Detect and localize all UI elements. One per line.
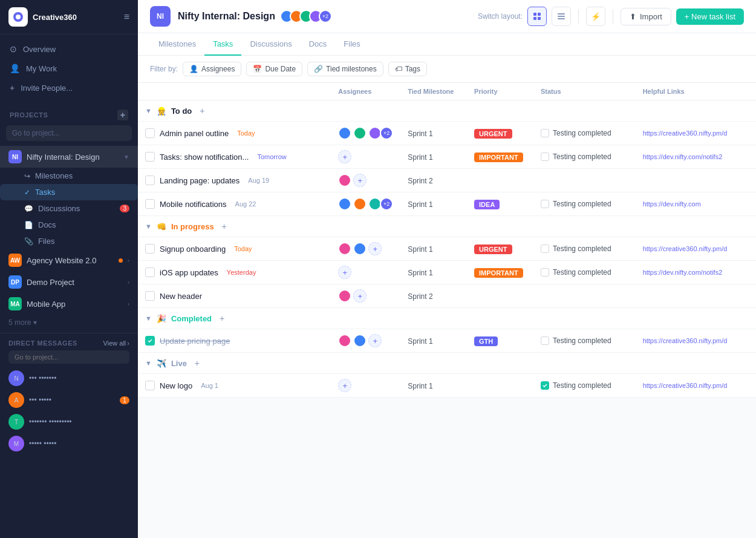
add-assignee-button[interactable]: + <box>353 289 367 303</box>
layout-grid-button[interactable] <box>527 7 547 26</box>
sidebar-item-my-work[interactable]: 👤 My Work <box>0 59 138 78</box>
task-name-text[interactable]: Admin panel outline <box>160 129 229 138</box>
task-checkbox[interactable] <box>145 244 155 254</box>
project-avatar-mobile: MA <box>8 297 22 310</box>
task-checkbox[interactable] <box>145 267 155 277</box>
helpful-link[interactable]: https://dev.nifty.com/notifs2 <box>643 153 749 160</box>
helpful-link[interactable]: https://creative360.nifty.pm/d <box>643 337 749 344</box>
helpful-link[interactable]: https://dev.nifty.com <box>643 200 749 208</box>
helpful-link[interactable]: https://creative360.nifty.pm/d <box>643 245 749 252</box>
task-checkbox[interactable] <box>145 152 155 162</box>
tab-discussions[interactable]: Discussions <box>241 33 300 56</box>
filter-label: Filter by: <box>150 65 178 73</box>
task-name-text[interactable]: iOS app updates <box>160 268 218 277</box>
status-checkbox[interactable] <box>541 200 549 208</box>
milestone-text: Sprint 1 <box>408 200 432 209</box>
table-row: Mobile notifications Aug 22 +2Sprint 1ID… <box>138 192 756 216</box>
tab-milestones[interactable]: Milestones <box>150 33 204 56</box>
dm-item-2[interactable]: A ••• ••••• 1 <box>8 389 129 411</box>
task-checkbox[interactable] <box>145 336 155 346</box>
sidebar-item-milestones[interactable]: ↪ Milestones <box>0 168 138 184</box>
dm-item-4[interactable]: M ••••• ••••• <box>8 433 129 454</box>
collapse-icon[interactable]: ▼ <box>145 359 152 367</box>
add-assignee-button[interactable]: + <box>353 174 367 187</box>
task-name-text[interactable]: Mobile notifications <box>160 200 227 209</box>
project-avatar-demo: DP <box>8 275 22 289</box>
dm-view-all-button[interactable]: View all › <box>103 340 129 347</box>
status-checkbox[interactable] <box>541 268 549 277</box>
filter-due-date-button[interactable]: 📅 Due Date <box>246 62 302 76</box>
add-assignee-button[interactable]: + <box>338 150 351 163</box>
sidebar-toggle-button[interactable]: ≡ <box>124 11 129 22</box>
section-add-button[interactable]: + <box>192 358 203 369</box>
task-checkbox[interactable] <box>145 128 155 138</box>
tab-tasks[interactable]: Tasks <box>204 33 241 56</box>
collapse-icon[interactable]: ▼ <box>145 107 152 114</box>
member-avatar-more: +2 <box>319 10 332 23</box>
project-item-nifty[interactable]: NI Nifty Internal: Design ▼ <box>0 146 138 168</box>
sidebar-item-docs[interactable]: 📄 Docs <box>0 217 138 233</box>
chevron-down-icon: ▼ <box>123 154 129 160</box>
project-search-input[interactable] <box>6 125 132 141</box>
section-emoji: 🎉 <box>157 314 166 323</box>
task-name-text[interactable]: Update pricing page <box>160 336 230 346</box>
dm-item-3[interactable]: T ••••••• ••••••••• <box>8 411 129 433</box>
add-assignee-button[interactable]: + <box>368 242 382 255</box>
tab-docs[interactable]: Docs <box>301 33 336 56</box>
helpful-link[interactable]: https://dev.nifty.com/notifs2 <box>643 269 749 276</box>
project-item-mobile[interactable]: MA Mobile App › <box>0 293 138 315</box>
new-task-list-button[interactable]: + New task list <box>676 8 744 25</box>
task-checkbox[interactable] <box>145 176 155 185</box>
task-checkbox[interactable] <box>145 291 155 301</box>
tab-files[interactable]: Files <box>335 33 368 56</box>
status-checkbox[interactable] <box>541 153 549 161</box>
sidebar-item-files[interactable]: 📎 Files <box>0 233 138 249</box>
task-name-cell: New header <box>145 291 324 301</box>
import-button[interactable]: ⬆ Import <box>621 8 671 25</box>
task-name-text[interactable]: New header <box>160 292 202 301</box>
table-row: New header +Sprint 2 <box>138 284 756 308</box>
milestone-text: Sprint 1 <box>408 130 432 138</box>
sidebar-item-discussions[interactable]: 💬 Discussions 3 <box>0 200 138 217</box>
dm-avatar-1: N <box>8 370 24 386</box>
status-checkbox[interactable] <box>541 244 549 253</box>
helpful-link[interactable]: https://creative360.nifty.pm/d <box>643 382 749 389</box>
dm-search-input[interactable] <box>8 350 129 364</box>
layout-list-button[interactable] <box>552 7 571 26</box>
add-assignee-button[interactable]: + <box>368 334 382 347</box>
add-project-button[interactable]: + <box>117 110 128 120</box>
show-more-projects[interactable]: 5 more ▾ <box>0 315 138 330</box>
task-name-text[interactable]: Tasks: show notification... <box>160 153 249 162</box>
task-name-text[interactable]: New logo <box>160 381 192 390</box>
status-text: Testing completed <box>553 244 611 253</box>
collapse-icon[interactable]: ▼ <box>145 223 152 230</box>
section-add-button[interactable]: + <box>217 313 227 324</box>
filter-tags-button[interactable]: 🏷 Tags <box>388 62 427 76</box>
status-checkbox[interactable] <box>541 381 549 390</box>
status-checkbox[interactable] <box>541 336 549 345</box>
bolt-button[interactable]: ⚡ <box>586 7 605 26</box>
task-name-text[interactable]: Landing page: updates <box>160 176 240 185</box>
sidebar-item-overview[interactable]: ⊙ Overview <box>0 39 138 59</box>
sidebar-item-invite[interactable]: + Invite People... <box>0 78 138 97</box>
status-checkbox[interactable] <box>541 129 549 137</box>
collapse-icon[interactable]: ▼ <box>145 315 152 322</box>
project-item-agency[interactable]: AW Agency Website 2.0 › <box>0 249 138 271</box>
table-row: Update pricing page +Sprint 1GTH Testing… <box>138 329 756 353</box>
task-checkbox[interactable] <box>145 199 155 209</box>
dm-item-1[interactable]: N ••• ••••••• <box>8 367 129 389</box>
section-add-button[interactable]: + <box>197 105 207 116</box>
add-assignee-button[interactable]: + <box>338 266 351 279</box>
filter-milestones-button[interactable]: 🔗 Tied milestones <box>307 62 383 76</box>
filter-assignees-button[interactable]: 👤 Assignees <box>183 62 241 76</box>
sidebar-item-tasks[interactable]: ✓ Tasks <box>0 184 138 200</box>
section-add-button[interactable]: + <box>219 221 230 232</box>
dm-name-1: ••• ••••••• <box>29 374 129 382</box>
task-checkbox[interactable] <box>145 381 155 390</box>
helpful-link[interactable]: https://creative360.nifty.pm/d <box>643 130 749 137</box>
divider-2 <box>613 9 613 24</box>
project-item-demo[interactable]: DP Demo Project › <box>0 271 138 293</box>
status-text: Testing completed <box>553 381 611 390</box>
task-name-text[interactable]: Signup onboarding <box>160 244 226 254</box>
add-assignee-button[interactable]: + <box>338 379 351 392</box>
